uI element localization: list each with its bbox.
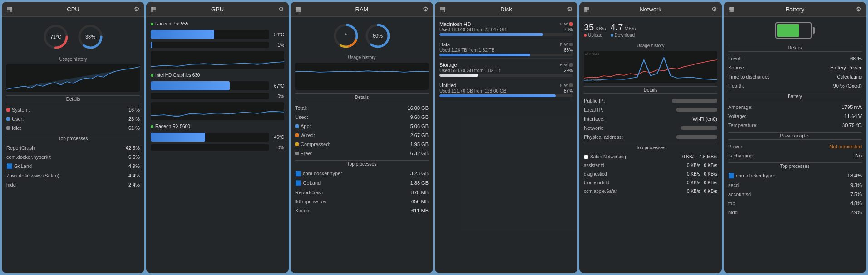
ram-chart [295, 63, 429, 90]
network-y-min: 21.0 MB/s [585, 78, 601, 82]
cpu-header: ▦ CPU ⚙ [2, 2, 144, 17]
network-panel: ▦ Network ⚙ 35 KB/s Upload 4.7 MB/s [579, 2, 722, 273]
disk3-name: Storage [439, 62, 457, 68]
idle-dot [6, 126, 10, 130]
ram-body: 1 60% Usage history Details Total: 16.00… [291, 17, 433, 273]
disk-chart-icon: ▦ [439, 5, 445, 13]
network-top-processes-label: Top processes [584, 144, 717, 151]
disk1-w-indicator [569, 22, 573, 26]
disk2-pct: 68% [564, 48, 573, 53]
gpu-title: GPU [157, 6, 278, 13]
upload-value: 35 [584, 22, 594, 32]
network-settings-icon[interactable]: ⚙ [711, 5, 717, 13]
gpu3-temp: 46°C [271, 135, 284, 140]
gpu1-bar-row: 54°C [151, 30, 284, 39]
battery-discharge-label: Time to discharge: [728, 74, 769, 79]
disk3-bar [439, 74, 573, 77]
network-physical-label: Physical address: [584, 134, 623, 140]
cpu-gauges: 71°C 38% [6, 20, 140, 53]
battery-chart-icon: ▦ [728, 5, 734, 13]
battery-details-label: Details [728, 44, 862, 52]
system-dot [6, 108, 10, 112]
gpu1-name: Radeon Pro 555 [155, 21, 188, 26]
battery-health-value: 90 % (Good) [833, 83, 862, 88]
battery-temperature-label: Temperature: [728, 123, 758, 128]
user-dot [6, 117, 10, 121]
cpu-chart [6, 64, 140, 92]
cpu-panel: ▦ CPU ⚙ 71°C 38% Usage history [2, 2, 144, 273]
battery-discharge-row: Time to discharge: Calculating [728, 74, 862, 80]
cpu-temp-gauge: 71°C [42, 23, 69, 50]
process-row: Xcode 611 MB [295, 207, 429, 214]
gpu1-bar-fill [151, 30, 214, 39]
disk-title: Disk [445, 6, 567, 13]
network-chart-icon: ▦ [584, 5, 590, 13]
cpu-system-value: 16 % [128, 107, 140, 113]
svg-text:1: 1 [345, 32, 347, 35]
gpu1-chart [151, 51, 284, 69]
ram-compressed-value: 1.95 GB [410, 142, 429, 147]
battery-power-value: Not connected [829, 144, 862, 149]
network-usage-history-label: Usage history [584, 43, 717, 48]
network-interface-row: Interface: Wi-Fi (en0) [584, 116, 717, 122]
battery-charging-value: No [855, 153, 862, 158]
cpu-title: CPU [12, 6, 134, 13]
battery-source-value: Battery Power [830, 65, 862, 70]
disk-body: Macintosh HD R W Used 183.49 GB from 233… [435, 17, 577, 273]
disk1-used: Used 183.49 GB from 233.47 GB [439, 27, 506, 32]
process-row: 🟦 com.docker.hyper 18.4% [728, 172, 862, 179]
ram-top-processes-label: Top processes [295, 160, 429, 167]
ram-compressed-row: Compressed: 1.95 GB [295, 141, 429, 147]
wired-dot [295, 133, 299, 137]
gpu1-bar2-fill [151, 42, 152, 48]
network-process-row: Safari Networking 0 KB/s 4.5 MB/s [584, 154, 717, 160]
gpu3-name-row: Radeon RX 5600 [151, 123, 284, 130]
battery-settings-icon[interactable]: ⚙ [856, 5, 862, 13]
battery-charging-label: Is charging: [728, 153, 754, 158]
cpu-idle-row: Idle: 61 % [6, 125, 140, 131]
battery-source-label: Source: [728, 65, 745, 70]
disk-header: ▦ Disk ⚙ [435, 2, 577, 17]
disk-settings-icon[interactable]: ⚙ [567, 5, 573, 13]
network-public-ip-row: Public IP: [584, 98, 717, 104]
safari-networking-checkbox[interactable] [584, 155, 588, 159]
gpu-body: Radeon Pro 555 54°C 1% Intel HD Graphics… [146, 17, 289, 273]
gpu2-chart [151, 102, 284, 120]
network-body: 35 KB/s Upload 4.7 MB/s Download Us [579, 17, 722, 273]
process-row: hidd 2.9% [728, 209, 862, 216]
battery-temperature-value: 30.75 °C [842, 123, 862, 128]
svg-text:60%: 60% [373, 33, 383, 39]
gpu3-bar-row: 46°C [151, 133, 284, 142]
network-process-row: assistantd 0 KB/s 0 KB/s [584, 162, 717, 168]
gpu2-bar-container [151, 81, 269, 90]
disk3-pct: 29% [564, 68, 573, 73]
disk1-bar-fill [439, 33, 543, 36]
battery-top-processes-label: Top processes [728, 162, 862, 170]
disk-drive-4: Untitled R W Used 111.76 GB from 128.00 … [439, 82, 573, 99]
cpu-settings-icon[interactable]: ⚙ [134, 5, 140, 13]
gpu1-usage: 1% [271, 43, 284, 48]
gpu2-name: Intel HD Graphics 630 [155, 73, 200, 78]
gpu1-temp: 54°C [271, 32, 284, 37]
network-local-ip-value [676, 108, 717, 112]
battery-title: Battery [734, 6, 856, 13]
ram-header: ▦ RAM ⚙ [291, 2, 433, 17]
network-y-max: 147 KB/s [585, 52, 599, 56]
download-stat: 4.7 MB/s Download [611, 22, 636, 38]
gpu1-status-dot [151, 23, 153, 25]
process-row: Zawartość www (Safari) 4.4% [6, 172, 140, 179]
gpu1-bar2-container [151, 42, 269, 48]
free-dot [295, 152, 299, 155]
battery-tip [813, 27, 815, 34]
battery-source-row: Source: Battery Power [728, 64, 862, 71]
gpu3-name: Radeon RX 5600 [155, 124, 190, 129]
battery-section-label: Battery [728, 93, 862, 100]
disk4-bar [439, 94, 573, 97]
gpu1-name-row: Radeon Pro 555 [151, 20, 284, 27]
ram-settings-icon[interactable]: ⚙ [423, 5, 429, 13]
gpu3-bar-container [151, 133, 269, 142]
svg-text:38%: 38% [85, 34, 95, 39]
battery-header: ▦ Battery ⚙ [724, 2, 866, 17]
gpu-settings-icon[interactable]: ⚙ [278, 5, 284, 13]
network-local-ip-row: Local IP: [584, 107, 717, 113]
